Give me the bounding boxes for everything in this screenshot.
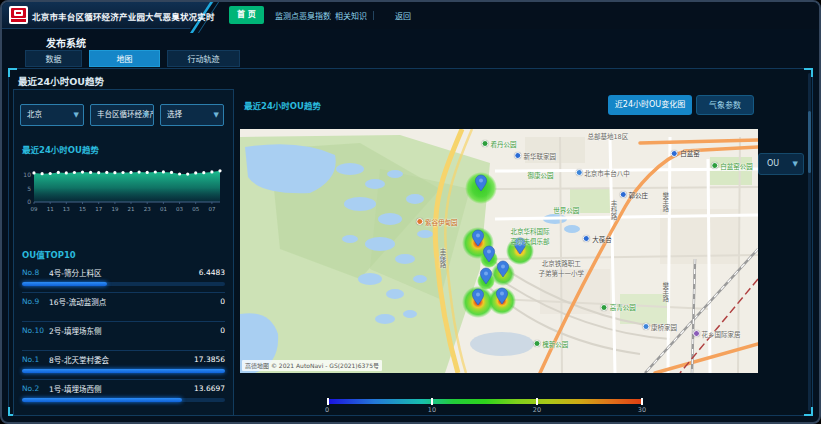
rank-label: No.1: [22, 355, 49, 364]
ou-value: 0: [220, 297, 225, 306]
nav-item-knowledge[interactable]: 相关知识: [335, 10, 367, 21]
city-select-value: 北京: [27, 110, 42, 119]
scale-label-30: 30: [638, 406, 646, 414]
nav-item-back[interactable]: 返回: [395, 10, 411, 21]
ou-ranking-list: No.8 4号-筛分上料区 6.4483 No.9 16号-流动监测点 0: [22, 264, 225, 409]
map-label: 紫谷伊甸园: [416, 217, 458, 227]
ou-value: 17.3856: [194, 355, 225, 364]
ou-value: 6.4483: [199, 268, 225, 277]
station-name: 8号-北天堂村委会: [49, 354, 194, 365]
section-title: 最近24小时OU趋势: [18, 74, 104, 88]
station-select[interactable]: 选择 ▼: [160, 104, 224, 126]
map-section-title: 最近24小时OU趋势: [244, 99, 321, 111]
map-label: 槐新公园: [533, 339, 568, 349]
map-label: 丰科路: [608, 200, 618, 220]
ranking-row[interactable]: No.2 1号-填埋场西侧 13.6697: [22, 380, 225, 409]
ranking-row[interactable]: No.1 8号-北天堂村委会 17.3856: [22, 351, 225, 380]
svg-text:10: 10: [23, 171, 31, 178]
svg-text:23: 23: [144, 206, 151, 212]
map-label: 郭公庄: [619, 190, 648, 200]
map-label: 丰葆路: [437, 249, 447, 269]
svg-text:5: 5: [27, 185, 31, 192]
ranking-row[interactable]: No.10 2号-填埋场东侧 0: [22, 322, 225, 351]
nav-separator: [329, 11, 330, 20]
ou-value: 0: [220, 326, 225, 335]
top10-title: OU值TOP10: [22, 248, 76, 260]
park-map-icon: [533, 340, 540, 347]
svg-text:15: 15: [79, 206, 86, 212]
map-label: 北京市丰台八中: [575, 168, 630, 178]
metro-map-icon: [619, 191, 626, 198]
svg-text:11: 11: [47, 206, 54, 212]
poi-map-icon: [416, 218, 423, 225]
svg-text:13: 13: [63, 206, 70, 212]
nav-separator: [373, 11, 374, 20]
svg-text:09: 09: [31, 206, 38, 212]
weather-params-button[interactable]: 气象参数: [696, 95, 754, 115]
metro-map-icon: [515, 152, 522, 159]
station-name: 1号-填埋场西侧: [49, 383, 194, 394]
svg-text:07: 07: [208, 206, 215, 212]
ou-change-map-button[interactable]: 近24小时OU变化图: [608, 95, 692, 115]
ranking-row[interactable]: No.9 16号-流动监测点 0: [22, 293, 225, 322]
map-label: 北京铁路职工: [542, 258, 581, 268]
scrollbar-thumb[interactable]: [808, 111, 811, 173]
trend-chart-title: 最近24小时OU趋势: [22, 143, 99, 155]
map-label: 御康公园: [527, 170, 553, 180]
svg-text:21: 21: [128, 206, 135, 212]
scale-tick: [431, 398, 433, 405]
map-canvas[interactable]: 看丹公园新华联家园御康公园总部基地18区白盆窑白盆窑公园北京市丰台八中郭公庄世界…: [240, 129, 758, 373]
nav-item-odor-index[interactable]: 监测点恶臭指数: [275, 10, 331, 21]
station-name: 4号-筛分上料区: [49, 267, 199, 278]
map-label: 康桥家园: [642, 322, 677, 332]
blue-map-icon: [642, 323, 649, 330]
chevron-down-icon: ▼: [214, 105, 219, 125]
layer-select[interactable]: OU ▼: [758, 153, 804, 175]
city-select[interactable]: 北京 ▼: [20, 104, 84, 126]
map-label: 看丹公园: [482, 139, 517, 149]
publish-system-title: 发布系统: [46, 35, 86, 50]
map-label: 樊羊路: [660, 192, 670, 212]
purple-map-icon: [693, 330, 700, 337]
map-section: 最近24小时OU趋势 近24小时OU变化图 气象参数 OU ▼: [236, 89, 808, 411]
scale-label-10: 10: [428, 406, 436, 414]
map-label: 高尔夫俱乐部: [511, 236, 550, 246]
value-bar: [22, 369, 225, 373]
metro-map-icon: [671, 150, 678, 157]
chevron-down-icon: ▼: [74, 105, 79, 125]
map-attribution: 高德地图 © 2021 AutoNavi - GS(2021)6375号: [242, 360, 382, 371]
map-label: 子弟第十一小学: [538, 268, 584, 278]
svg-text:01: 01: [160, 206, 167, 212]
app-logo-icon: [9, 6, 28, 24]
app-header: 北京市丰台区循环经济产业园大气恶臭状况实时 首 页 监测点恶臭指数 相关知识 返…: [2, 2, 819, 29]
layer-select-value: OU: [767, 159, 779, 168]
map-label: 新华联家园: [515, 151, 557, 161]
map-label: 樊羊路: [660, 283, 670, 303]
scale-label-0: 0: [325, 406, 329, 414]
value-bar: [22, 398, 225, 402]
trend-panel: 北京 ▼ 丰台区循环经济产 ▼ 选择 ▼ 最近24小时OU趋势 05100911…: [13, 89, 234, 416]
chevron-down-icon: ▼: [793, 154, 798, 174]
rank-label: No.2: [22, 384, 49, 393]
heatmap-overlay: [240, 129, 758, 373]
scale-tick: [641, 398, 643, 405]
svg-text:05: 05: [192, 206, 199, 212]
park-map-icon: [601, 304, 608, 311]
nav-item-home[interactable]: 首 页: [229, 6, 264, 24]
tab-data[interactable]: 数据: [25, 50, 82, 67]
ou-value: 13.6697: [194, 384, 225, 393]
tab-map[interactable]: 地图: [89, 50, 160, 67]
app-window: 北京市丰台区循环经济产业园大气恶臭状况实时 首 页 监测点恶臭指数 相关知识 返…: [0, 0, 821, 424]
ranking-row[interactable]: No.8 4号-筛分上料区 6.4483: [22, 264, 225, 293]
ou-trend-chart: 0510091113151719212301030507: [20, 158, 226, 216]
ou-color-scale: [327, 399, 643, 404]
panel-corner: [8, 68, 17, 77]
park-select[interactable]: 丰台区循环经济产 ▼: [90, 104, 154, 126]
tab-track[interactable]: 行动轨迹: [167, 50, 240, 67]
value-bar: [22, 282, 225, 286]
svg-text:19: 19: [111, 206, 118, 212]
park-map-icon: [482, 140, 489, 147]
svg-text:0: 0: [27, 198, 31, 205]
map-label: 世界公园: [553, 205, 579, 215]
vertical-scrollbar[interactable]: [808, 73, 811, 411]
